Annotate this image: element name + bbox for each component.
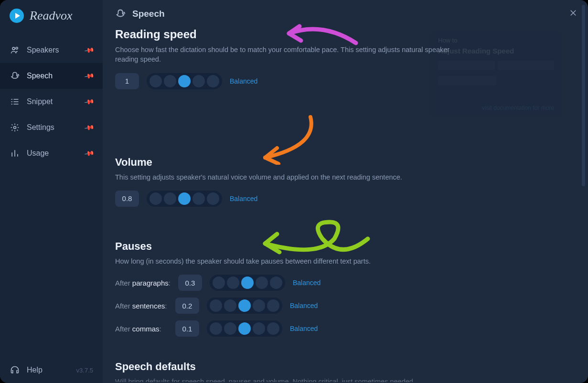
sidebar: Readvox Speakers 📌 Speech <box>0 0 103 383</box>
speed-slider[interactable] <box>147 73 222 89</box>
slider-dot[interactable] <box>164 75 176 87</box>
slider-dot[interactable] <box>227 277 239 289</box>
sidebar-item-label: Snippet <box>27 97 53 106</box>
slider-dot[interactable] <box>241 277 254 289</box>
sidebar-item-label: Usage <box>27 149 49 158</box>
volume-value[interactable]: 0.8 <box>115 191 139 207</box>
page-title: Speech <box>132 9 165 19</box>
slider-dot[interactable] <box>267 299 279 312</box>
help-link[interactable]: Help <box>10 365 43 375</box>
section-desc: Will bring defaults for speech speed, pa… <box>115 377 459 382</box>
gear-icon <box>10 122 20 133</box>
slider-dot[interactable] <box>210 299 222 312</box>
section-desc: Choose how fast the dictation should be … <box>115 45 459 64</box>
slider-dot[interactable] <box>210 322 222 335</box>
speed-level-label: Balanced <box>230 77 257 85</box>
slider-dot[interactable] <box>224 299 236 312</box>
tutorial-link[interactable]: visit documentation for more <box>438 105 554 111</box>
main: Speech Reading speed Choose how fast the… <box>103 0 588 383</box>
volume-slider[interactable] <box>147 191 222 207</box>
slider-dot[interactable] <box>207 192 219 205</box>
slider-dot[interactable] <box>253 299 265 312</box>
speakers-icon <box>10 45 20 55</box>
pin-icon[interactable]: 📌 <box>84 122 95 133</box>
sidebar-item-snippet[interactable]: Snippet 📌 <box>0 89 103 115</box>
slider-dot[interactable] <box>256 277 268 289</box>
slider-dot[interactable] <box>207 75 219 87</box>
scrollbar-thumb[interactable] <box>582 5 585 186</box>
header: Speech <box>103 0 588 28</box>
section-pauses: Pauses How long (in seconds) the speaker… <box>115 240 576 337</box>
pause-paragraphs-value[interactable]: 0.3 <box>178 275 202 291</box>
pause-label-paragraphs: After paragraphs: <box>115 279 171 287</box>
pin-icon[interactable]: 📌 <box>84 96 95 107</box>
sidebar-item-label: Speech <box>27 72 53 80</box>
section-title: Speech defaults <box>115 361 576 373</box>
slider-dot[interactable] <box>178 192 191 205</box>
section-title: Volume <box>115 156 576 169</box>
slider-dot[interactable] <box>253 322 265 335</box>
slider-dot[interactable] <box>267 322 279 335</box>
slider-dot[interactable] <box>213 277 225 289</box>
pause-sentences-value[interactable]: 0.2 <box>175 298 199 314</box>
pause-paragraphs-slider[interactable] <box>210 275 285 291</box>
volume-level-label: Balanced <box>230 195 257 202</box>
tutorial-line2: Adjust Reading Speed <box>438 47 554 55</box>
section-speech-defaults: Speech defaults Will bring defaults for … <box>115 361 576 382</box>
slider-dot[interactable] <box>150 75 162 87</box>
slider-dot[interactable] <box>192 192 205 205</box>
speed-value[interactable]: 1 <box>115 73 139 89</box>
pause-commas-value[interactable]: 0.1 <box>175 320 199 337</box>
svg-point-0 <box>12 47 15 50</box>
slider-dot[interactable] <box>224 322 236 335</box>
slider-dot[interactable] <box>178 75 191 87</box>
chart-icon <box>10 148 20 159</box>
slider-dot[interactable] <box>238 299 251 312</box>
sidebar-footer: Help v3.7.5 <box>0 357 103 383</box>
logo: Readvox <box>0 9 103 23</box>
sidebar-item-speakers[interactable]: Speakers 📌 <box>0 37 103 63</box>
slider-dot[interactable] <box>238 322 251 335</box>
close-button[interactable] <box>569 9 577 20</box>
snippet-icon <box>10 96 20 107</box>
slider-dot[interactable] <box>150 192 162 205</box>
svg-point-2 <box>14 127 16 129</box>
pause-level-label: Balanced <box>290 325 318 332</box>
speech-icon <box>115 9 126 19</box>
sidebar-item-usage[interactable]: Usage 📌 <box>0 140 103 166</box>
pin-icon[interactable]: 📌 <box>84 45 95 56</box>
section-title: Pauses <box>115 240 576 253</box>
sidebar-item-speech[interactable]: Speech 📌 <box>0 63 103 89</box>
app-name: Readvox <box>30 9 73 23</box>
section-desc: How long (in seconds) the speaker should… <box>115 256 459 266</box>
tutorial-card[interactable]: How to Adjust Reading Speed visit docume… <box>430 31 562 117</box>
slider-dot[interactable] <box>192 75 205 87</box>
version-label: v3.7.5 <box>76 367 93 374</box>
play-icon <box>10 9 24 23</box>
sidebar-item-label: Settings <box>27 123 54 132</box>
section-desc: This setting adjusts speaker's natural v… <box>115 172 459 182</box>
pause-level-label: Balanced <box>293 279 321 287</box>
scrollbar[interactable] <box>582 5 585 378</box>
pause-commas-slider[interactable] <box>207 320 282 337</box>
tutorial-line1: How to <box>438 37 554 44</box>
slider-dot[interactable] <box>164 192 176 205</box>
help-label: Help <box>27 366 43 374</box>
pause-label-commas: After commas: <box>115 325 168 333</box>
sidebar-item-label: Speakers <box>27 46 59 54</box>
speech-icon <box>10 71 20 81</box>
nav: Speakers 📌 Speech 📌 Snippet <box>0 37 103 166</box>
help-icon <box>10 365 20 375</box>
sidebar-item-settings[interactable]: Settings 📌 <box>0 115 103 140</box>
pause-sentences-slider[interactable] <box>207 298 282 314</box>
section-volume: Volume This setting adjusts speaker's na… <box>115 156 576 207</box>
pin-icon[interactable]: 📌 <box>84 71 95 82</box>
pause-level-label: Balanced <box>290 302 318 309</box>
pin-icon[interactable]: 📌 <box>84 148 95 159</box>
svg-point-1 <box>16 47 18 49</box>
pause-label-sentences: After sentences: <box>115 302 168 310</box>
slider-dot[interactable] <box>270 277 282 289</box>
